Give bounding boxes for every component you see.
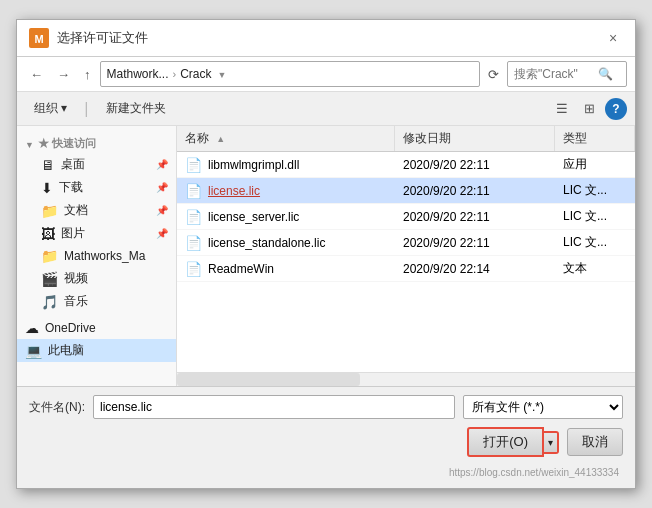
file-icon-dll: 📄 bbox=[185, 157, 202, 173]
file-date-cell: 2020/9/20 22:11 bbox=[395, 204, 555, 229]
sidebar-item-mathworks[interactable]: 📁 Mathworks_Ma bbox=[17, 245, 176, 267]
mathworks-label: Mathworks_Ma bbox=[64, 249, 145, 263]
search-input[interactable] bbox=[514, 67, 594, 81]
pin-icon-pictures: 📌 bbox=[156, 228, 168, 239]
view-list-button[interactable]: ☰ bbox=[550, 98, 574, 119]
sidebar-item-documents[interactable]: 📁 文档 📌 bbox=[17, 199, 176, 222]
file-type-cell: 文本 bbox=[555, 256, 635, 281]
documents-icon: 📁 bbox=[41, 203, 58, 219]
col-header-type[interactable]: 类型 bbox=[555, 126, 635, 151]
table-row[interactable]: 📄 ReadmeWin 2020/9/20 22:14 文本 bbox=[177, 256, 635, 282]
action-bar: 组织 ▾ | 新建文件夹 ☰ ⊞ ? bbox=[17, 92, 635, 126]
horizontal-scrollbar[interactable] bbox=[177, 372, 635, 386]
downloads-label: 下载 bbox=[59, 179, 83, 196]
pin-icon-downloads: 📌 bbox=[156, 182, 168, 193]
dialog-title: 选择许可证文件 bbox=[57, 29, 148, 47]
mathworks-folder-icon: 📁 bbox=[41, 248, 58, 264]
file-date-cell: 2020/9/20 22:11 bbox=[395, 230, 555, 255]
up-button[interactable]: ↑ bbox=[79, 64, 96, 85]
address-dropdown-icon bbox=[218, 68, 227, 80]
onedrive-icon: ☁ bbox=[25, 320, 39, 336]
videos-icon: 🎬 bbox=[41, 271, 58, 287]
watermark: https://blog.csdn.net/weixin_44133334 bbox=[29, 465, 623, 480]
help-button[interactable]: ? bbox=[605, 98, 627, 120]
quick-access-section: ★ 快速访问 🖥 桌面 📌 ⬇ 下载 📌 📁 文档 📌 bbox=[17, 134, 176, 313]
file-dialog: M 选择许可证文件 × ← → ↑ Mathwork... › Crack ⟳ … bbox=[16, 19, 636, 489]
file-type-cell: LIC 文... bbox=[555, 230, 635, 255]
file-name: libmwlmgrimpl.dll bbox=[208, 158, 299, 172]
address-part2: Crack bbox=[180, 67, 211, 81]
sidebar-item-pictures[interactable]: 🖼 图片 📌 bbox=[17, 222, 176, 245]
desktop-icon: 🖥 bbox=[41, 157, 55, 173]
file-name-cell: 📄 license.lic bbox=[177, 178, 395, 203]
filename-input[interactable] bbox=[93, 395, 455, 419]
desktop-label: 桌面 bbox=[61, 156, 85, 173]
videos-label: 视频 bbox=[64, 270, 88, 287]
documents-label: 文档 bbox=[64, 202, 88, 219]
file-date-cell: 2020/9/20 22:11 bbox=[395, 178, 555, 203]
file-date-cell: 2020/9/20 22:14 bbox=[395, 256, 555, 281]
table-row[interactable]: 📄 license.lic 2020/9/20 22:11 LIC 文... bbox=[177, 178, 635, 204]
separator: | bbox=[84, 100, 88, 118]
col-header-name[interactable]: 名称 ▲ bbox=[177, 126, 395, 151]
filename-row: 文件名(N): 所有文件 (*.*) bbox=[29, 395, 623, 419]
file-name-cell: 📄 libmwlmgrimpl.dll bbox=[177, 152, 395, 177]
thispc-icon: 💻 bbox=[25, 343, 42, 359]
open-button[interactable]: 打开(O) bbox=[467, 427, 544, 457]
sidebar-item-downloads[interactable]: ⬇ 下载 📌 bbox=[17, 176, 176, 199]
sidebar: ★ 快速访问 🖥 桌面 📌 ⬇ 下载 📌 📁 文档 📌 bbox=[17, 126, 177, 386]
file-type-cell: 应用 bbox=[555, 152, 635, 177]
back-button[interactable]: ← bbox=[25, 64, 48, 85]
table-row[interactable]: 📄 license_server.lic 2020/9/20 22:11 LIC… bbox=[177, 204, 635, 230]
file-type-cell: LIC 文... bbox=[555, 178, 635, 203]
view-grid-button[interactable]: ⊞ bbox=[578, 98, 601, 119]
sidebar-item-onedrive[interactable]: ☁ OneDrive bbox=[17, 317, 176, 339]
sidebar-item-videos[interactable]: 🎬 视频 bbox=[17, 267, 176, 290]
address-bar[interactable]: Mathwork... › Crack bbox=[100, 61, 481, 87]
music-icon: 🎵 bbox=[41, 294, 58, 310]
open-dropdown-button[interactable]: ▾ bbox=[544, 431, 559, 454]
file-list-container: 名称 ▲ 修改日期 类型 📄 libmwlmgrimpl.dll 2020/9/… bbox=[177, 126, 635, 386]
pin-icon-documents: 📌 bbox=[156, 205, 168, 216]
forward-button[interactable]: → bbox=[52, 64, 75, 85]
file-icon-txt: 📄 bbox=[185, 261, 202, 277]
filename-label: 文件名(N): bbox=[29, 399, 85, 416]
cancel-button[interactable]: 取消 bbox=[567, 428, 623, 456]
col-name-label: 名称 bbox=[185, 131, 209, 145]
pin-icon-desktop: 📌 bbox=[156, 159, 168, 170]
file-name-cell: 📄 ReadmeWin bbox=[177, 256, 395, 281]
sort-icon: ▲ bbox=[216, 134, 225, 144]
refresh-button[interactable]: ⟳ bbox=[484, 65, 503, 84]
downloads-icon: ⬇ bbox=[41, 180, 53, 196]
quick-access-expand-icon bbox=[25, 138, 34, 150]
onedrive-label: OneDrive bbox=[45, 321, 96, 335]
organize-button[interactable]: 组织 ▾ bbox=[25, 96, 76, 121]
file-name-cell: 📄 license_standalone.lic bbox=[177, 230, 395, 255]
table-row[interactable]: 📄 libmwlmgrimpl.dll 2020/9/20 22:11 应用 bbox=[177, 152, 635, 178]
quick-access-header: ★ 快速访问 bbox=[17, 134, 176, 153]
new-folder-button[interactable]: 新建文件夹 bbox=[97, 96, 175, 121]
file-list-header: 名称 ▲ 修改日期 类型 bbox=[177, 126, 635, 152]
file-icon-lic2: 📄 bbox=[185, 209, 202, 225]
sidebar-item-desktop[interactable]: 🖥 桌面 📌 bbox=[17, 153, 176, 176]
sidebar-item-thispc[interactable]: 💻 此电脑 bbox=[17, 339, 176, 362]
file-name: license_standalone.lic bbox=[208, 236, 325, 250]
music-label: 音乐 bbox=[64, 293, 88, 310]
bottom-bar: 文件名(N): 所有文件 (*.*) 打开(O) ▾ 取消 https://bl… bbox=[17, 386, 635, 488]
quick-access-label: ★ 快速访问 bbox=[38, 136, 96, 151]
address-part1: Mathwork... bbox=[107, 67, 169, 81]
file-list: 📄 libmwlmgrimpl.dll 2020/9/20 22:11 应用 📄… bbox=[177, 152, 635, 372]
search-icon: 🔍 bbox=[598, 67, 613, 81]
col-header-date[interactable]: 修改日期 bbox=[395, 126, 555, 151]
open-btn-group: 打开(O) ▾ bbox=[467, 427, 559, 457]
pictures-icon: 🖼 bbox=[41, 226, 55, 242]
filetype-select[interactable]: 所有文件 (*.*) bbox=[463, 395, 623, 419]
table-row[interactable]: 📄 license_standalone.lic 2020/9/20 22:11… bbox=[177, 230, 635, 256]
main-area: ★ 快速访问 🖥 桌面 📌 ⬇ 下载 📌 📁 文档 📌 bbox=[17, 126, 635, 386]
close-button[interactable]: × bbox=[603, 28, 623, 48]
sidebar-item-music[interactable]: 🎵 音乐 bbox=[17, 290, 176, 313]
button-row: 打开(O) ▾ 取消 bbox=[29, 427, 623, 457]
matlab-icon: M bbox=[29, 28, 49, 48]
title-bar-left: M 选择许可证文件 bbox=[29, 28, 148, 48]
file-icon-lic3: 📄 bbox=[185, 235, 202, 251]
